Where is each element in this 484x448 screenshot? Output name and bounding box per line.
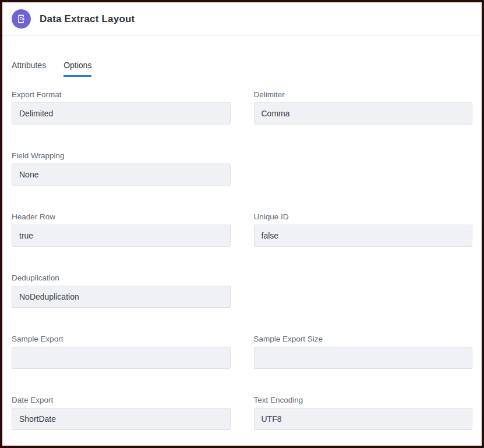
- field-label: Delimiter: [254, 89, 473, 101]
- options-form: Export Format Delimited Delimiter Comma …: [2, 89, 482, 430]
- unique-id-field[interactable]: false: [254, 225, 473, 247]
- empty-cell: [254, 272, 473, 308]
- field-label: Field Wrapping: [12, 150, 231, 162]
- sample-export-size-field[interactable]: [254, 347, 473, 369]
- text-encoding-field[interactable]: UTF8: [254, 408, 473, 430]
- header-row-field[interactable]: true: [12, 225, 231, 247]
- field-group: Export Format Delimited: [12, 89, 231, 125]
- field-label: Sample Export Size: [254, 333, 473, 345]
- field-group: Deduplication NoDeduplication: [12, 272, 231, 308]
- field-label: Date Export: [12, 394, 231, 406]
- export-document-icon: [12, 9, 31, 29]
- field-label: Header Row: [12, 211, 231, 223]
- field-label: Deduplication: [12, 272, 231, 284]
- deduplication-field[interactable]: NoDeduplication: [12, 286, 231, 308]
- field-group: Delimiter Comma: [254, 89, 473, 125]
- tab-attributes[interactable]: Attributes: [12, 61, 46, 77]
- field-group: Sample Export: [12, 333, 231, 369]
- delimiter-field[interactable]: Comma: [254, 102, 473, 125]
- tab-options[interactable]: Options: [63, 61, 91, 77]
- export-format-field[interactable]: Delimited: [12, 102, 231, 125]
- field-group: Date Export ShortDate: [12, 394, 231, 430]
- field-group: Field Wrapping None: [12, 150, 231, 186]
- panel-header: Data Extract Layout: [2, 2, 482, 36]
- field-wrapping-field[interactable]: None: [12, 163, 231, 186]
- data-extract-layout-panel: Data Extract Layout Attributes Options E…: [0, 0, 484, 448]
- tab-bar: Attributes Options: [2, 61, 482, 77]
- field-label: Export Format: [12, 89, 231, 101]
- field-label: Text Encoding: [254, 394, 473, 406]
- field-group: Text Encoding UTF8: [254, 394, 473, 430]
- field-label: Sample Export: [12, 333, 231, 345]
- date-export-field[interactable]: ShortDate: [12, 408, 231, 430]
- field-group: Unique ID false: [254, 211, 473, 247]
- field-label: Unique ID: [254, 211, 473, 223]
- empty-cell: [254, 150, 473, 186]
- field-group: Header Row true: [12, 211, 231, 247]
- sample-export-field[interactable]: [12, 347, 231, 369]
- page-title: Data Extract Layout: [40, 13, 135, 25]
- field-group: Sample Export Size: [254, 333, 473, 369]
